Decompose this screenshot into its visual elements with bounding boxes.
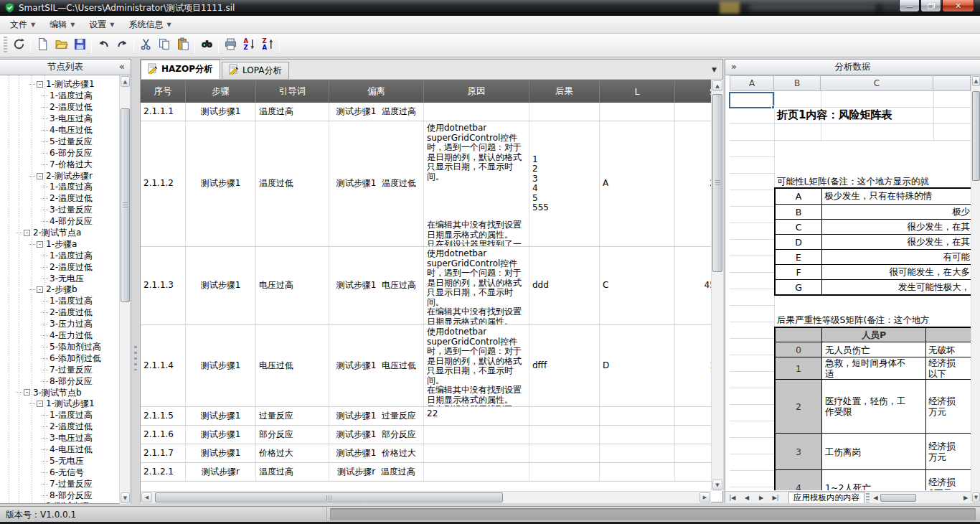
cell-后果[interactable] bbox=[529, 444, 600, 462]
collapse-node-icon[interactable]: - bbox=[37, 81, 43, 88]
column-header-引导词[interactable]: 引导词 bbox=[256, 80, 329, 103]
cell-序号[interactable]: 2.1.1.4 bbox=[141, 325, 186, 406]
cell-L[interactable]: D bbox=[600, 325, 675, 406]
cell-偏离[interactable]: 测试步骤1 温度过低 bbox=[329, 121, 424, 246]
refresh-button[interactable] bbox=[9, 36, 28, 55]
table-row[interactable]: 2.1.1.3测试步骤1电压过高测试步骤1 电压过高使用dotnetbar su… bbox=[141, 247, 711, 325]
cell-偏离[interactable]: 测试步骤1 过量反应 bbox=[329, 407, 424, 425]
tree-item[interactable]: 8-部分反应 bbox=[0, 490, 119, 501]
tree-item[interactable]: -1-步骤a bbox=[0, 238, 119, 250]
cell-原因[interactable]: 使用dotnetbar superGridControl控件时，遇到一个问题：对… bbox=[424, 121, 529, 246]
cell-S[interactable] bbox=[675, 463, 711, 481]
cell-后果[interactable]: dfff bbox=[529, 325, 600, 406]
cell-原因[interactable] bbox=[424, 463, 529, 481]
cell-序号[interactable]: 2.1.2.1 bbox=[141, 463, 186, 481]
tree-item[interactable]: 4-电压过低 bbox=[0, 125, 119, 136]
cell-序号[interactable]: 2.1.1.7 bbox=[141, 444, 186, 462]
new-file-button[interactable] bbox=[33, 36, 52, 55]
cell-步骤[interactable]: 测试步骤1 bbox=[186, 444, 256, 462]
cell-原因[interactable] bbox=[424, 103, 529, 121]
cell-L[interactable] bbox=[600, 444, 675, 462]
tree-item[interactable]: 8-部分反应 bbox=[0, 375, 119, 387]
minimize-button[interactable]: — bbox=[899, 0, 920, 12]
close-button[interactable]: ✕ bbox=[942, 0, 974, 12]
sheet-prev-icon[interactable]: ◀ bbox=[740, 492, 754, 503]
table-vscrollbar-thumb[interactable] bbox=[712, 94, 722, 272]
menu-item-文件[interactable]: 文件▼ bbox=[4, 17, 41, 33]
tab-HAZOP分析[interactable]: HAZOP分析 bbox=[141, 60, 220, 79]
redo-button[interactable] bbox=[113, 36, 131, 55]
cell-原因[interactable] bbox=[424, 426, 529, 444]
toolbar-grip[interactable] bbox=[4, 37, 7, 54]
tree-item[interactable]: 7-过量反应 bbox=[0, 478, 119, 490]
sort-desc-button[interactable]: ZA bbox=[258, 36, 277, 55]
tree-item[interactable]: 2-温度过低 bbox=[0, 307, 119, 319]
column-header-序号[interactable]: 序号 bbox=[141, 80, 186, 103]
restore-button[interactable] bbox=[920, 0, 941, 12]
paste-button[interactable] bbox=[174, 36, 192, 55]
scroll-left-icon[interactable]: ◀ bbox=[141, 492, 152, 502]
cell-引导词[interactable]: 温度过低 bbox=[256, 121, 329, 246]
tree-item[interactable]: -1-测试步骤1 bbox=[0, 398, 119, 410]
cell-偏离[interactable]: 测试步骤r 温度过高 bbox=[329, 463, 424, 481]
cell-步骤[interactable]: 测试步骤1 bbox=[186, 325, 256, 406]
cell-L[interactable]: A bbox=[600, 121, 675, 246]
tree-item[interactable]: 6-部分反应 bbox=[0, 147, 119, 159]
collapse-node-icon[interactable]: - bbox=[24, 230, 30, 236]
sheet-next-icon[interactable]: ▶ bbox=[754, 492, 768, 503]
tree-item[interactable]: 3-过量反应 bbox=[0, 205, 119, 216]
sheet-first-icon[interactable]: |◀ bbox=[725, 492, 740, 503]
right-panel-scrollbar-thumb[interactable] bbox=[972, 91, 980, 181]
print-button[interactable] bbox=[221, 36, 240, 55]
find-button[interactable] bbox=[197, 36, 216, 55]
spreadsheet-column-B[interactable]: B bbox=[774, 75, 821, 91]
scroll-up-icon[interactable]: ▲ bbox=[121, 76, 130, 87]
menu-item-系统信息[interactable]: 系统信息▼ bbox=[123, 17, 176, 33]
collapse-node-icon[interactable]: - bbox=[37, 241, 43, 248]
tree-item[interactable]: 2-温度过低 bbox=[0, 421, 119, 433]
column-header-原因[interactable]: 原因 bbox=[424, 80, 529, 103]
fill-handle[interactable] bbox=[771, 106, 775, 109]
tab-LOPA分析[interactable]: LOPA分析 bbox=[222, 62, 289, 79]
cell-原因[interactable]: 使用dotnetbar superGridControl控件时，遇到一个问题：对… bbox=[424, 325, 529, 406]
tree-item[interactable]: -2-测试步骤r bbox=[0, 170, 119, 182]
selected-cell[interactable] bbox=[729, 92, 774, 108]
collapse-node-icon[interactable]: - bbox=[37, 173, 43, 179]
collapse-node-icon[interactable]: - bbox=[37, 286, 43, 293]
cell-后果[interactable] bbox=[529, 103, 600, 121]
cell-后果[interactable] bbox=[529, 407, 600, 425]
table-row[interactable]: 2.1.2.1测试步骤r温度过高测试步骤r 温度过高 bbox=[141, 463, 711, 482]
cell-后果[interactable] bbox=[529, 463, 600, 481]
open-folder-button[interactable] bbox=[52, 36, 70, 55]
scroll-right-icon[interactable]: ▶ bbox=[699, 492, 710, 502]
cell-L[interactable] bbox=[600, 103, 675, 121]
cell-L[interactable] bbox=[600, 407, 675, 425]
tree-item[interactable]: 4-压力过低 bbox=[0, 330, 119, 342]
cell-原因[interactable] bbox=[424, 444, 529, 462]
tree-item[interactable]: 1-温度过高 bbox=[0, 90, 119, 102]
scroll-left-icon[interactable]: ◀ bbox=[871, 492, 880, 503]
tree-item[interactable]: 7-过量反应 bbox=[0, 364, 119, 375]
spreadsheet-column-A[interactable]: A bbox=[730, 75, 774, 91]
table-row[interactable]: 2.1.1.7测试步骤1价格过大测试步骤1 价格过大 bbox=[141, 444, 711, 463]
cell-步骤[interactable]: 测试步骤1 bbox=[186, 247, 256, 324]
tree-item[interactable]: -1-测试步骤1 bbox=[0, 79, 119, 90]
cell-S[interactable] bbox=[675, 407, 711, 425]
table-vscrollbar[interactable]: ▲ ▼ bbox=[711, 80, 723, 491]
cell-引导词[interactable]: 温度过高 bbox=[256, 103, 329, 121]
tree-item[interactable]: 1-温度过高 bbox=[0, 410, 119, 421]
table-row[interactable]: 2.1.1.2测试步骤1温度过低测试步骤1 温度过低使用dotnetbar su… bbox=[141, 121, 711, 247]
column-header-步骤[interactable]: 步骤 bbox=[186, 80, 256, 103]
expand-panel-icon[interactable]: » bbox=[731, 61, 737, 72]
tree-item[interactable]: -2-步骤b bbox=[0, 284, 119, 296]
cell-偏离[interactable]: 测试步骤1 电压过高 bbox=[329, 247, 424, 324]
cell-序号[interactable]: 2.1.1.2 bbox=[141, 121, 186, 246]
cell-偏离[interactable]: 测试步骤1 电压过低 bbox=[329, 325, 424, 406]
right-panel-scrollbar[interactable]: ▲ ▼ bbox=[971, 75, 980, 503]
tree-item[interactable]: -3-测试节点b bbox=[0, 387, 119, 398]
undo-button[interactable] bbox=[94, 36, 113, 55]
scroll-down-icon[interactable]: ▼ bbox=[121, 492, 130, 503]
splitter-grip[interactable] bbox=[134, 346, 137, 370]
tab-overflow-dropdown-icon[interactable]: ▼ bbox=[712, 66, 717, 73]
tree-item[interactable]: 5-过量反应 bbox=[0, 136, 119, 147]
